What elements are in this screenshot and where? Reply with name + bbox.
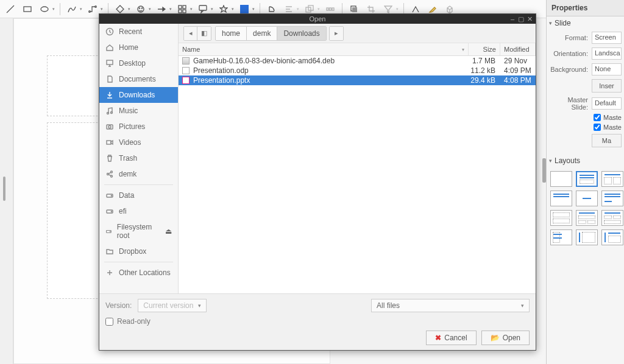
col-modified: Modified (500, 43, 536, 55)
sidebar-item-videos[interactable]: Videos (99, 135, 178, 150)
rect-tool-icon[interactable] (21, 2, 34, 16)
svg-rect-25 (107, 141, 111, 144)
format-field[interactable]: Screen (592, 32, 622, 44)
sidebar-item-dropbox[interactable]: Dropbox (99, 243, 178, 259)
nav-home-button[interactable]: ◧ (197, 27, 211, 40)
sidebar-item-home[interactable]: Home (99, 40, 178, 55)
open-dialog: Open – ▢ ✕ RecentHomeDesktopDocumentsDow… (99, 13, 536, 351)
master-slide-label: Master Slide: (549, 96, 588, 111)
crumb-Downloads[interactable]: Downloads (277, 27, 325, 40)
layout-blank[interactable] (550, 171, 572, 187)
layout-two-content[interactable] (601, 171, 623, 187)
file-modified: 4:08 PM (500, 76, 536, 85)
svg-point-21 (107, 113, 109, 114)
file-list: Name▾ Size Modified GameHub-0.16.0-83-de… (179, 43, 536, 293)
layout-l12[interactable] (601, 229, 623, 245)
sidebar-item-demk[interactable]: demk (99, 166, 178, 182)
orientation-label: Orientation: (549, 50, 588, 57)
nav-forward-button[interactable]: ▸ (330, 27, 343, 40)
sidebar-item-data[interactable]: Data (99, 187, 178, 203)
file-list-header[interactable]: Name▾ Size Modified (179, 43, 536, 56)
nav-back-button[interactable]: ◂ (184, 27, 197, 40)
col-name: Name▾ (179, 43, 469, 55)
ellipse-tool-icon[interactable] (38, 2, 51, 16)
dialog-titlebar[interactable]: Open – ▢ ✕ (99, 14, 536, 24)
right-panel-handle[interactable] (542, 158, 546, 183)
crumb-demk[interactable]: demk (247, 27, 277, 40)
file-icon (182, 77, 190, 84)
svg-point-22 (111, 112, 113, 114)
sidebar-item-desktop[interactable]: Desktop (99, 55, 178, 71)
svg-rect-9 (179, 10, 182, 13)
crumb-home[interactable]: home (216, 27, 247, 40)
layout-two-col[interactable] (601, 191, 623, 206)
sidebar-item-efi[interactable]: efi (99, 203, 178, 219)
eject-icon[interactable]: ⏏ (165, 227, 172, 236)
svg-point-6 (141, 7, 142, 8)
master-bg-checkbox[interactable] (594, 114, 601, 121)
file-modified: 29 Nov (500, 57, 536, 65)
svg-point-1 (41, 7, 48, 12)
cancel-button[interactable]: ✖Cancel (426, 331, 476, 345)
insert-image-button[interactable]: Inser (592, 79, 622, 93)
file-type-combo[interactable]: All files▾ (371, 299, 530, 312)
layout-title-content[interactable] (576, 171, 598, 187)
layout-l8[interactable] (576, 210, 598, 226)
dialog-footer: Version: Current version▾ All files▾ Rea… (99, 293, 536, 350)
svg-point-32 (111, 211, 112, 212)
master-slide-button[interactable]: Ma (592, 134, 622, 147)
layout-l10[interactable] (550, 229, 572, 245)
svg-rect-7 (179, 5, 182, 9)
sidebar-item-documents[interactable]: Documents (99, 71, 178, 87)
file-name: GameHub-0.16.0-83-dev-bionic-amd64.deb (193, 57, 335, 65)
version-combo[interactable]: Current version▾ (138, 299, 207, 312)
file-row[interactable]: Presentation.odp11.2 kB4:09 PM (179, 66, 536, 75)
file-row[interactable]: Presentation.pptx29.4 kB4:08 PM (179, 75, 536, 85)
layout-l7[interactable] (550, 210, 572, 226)
slide-group-header[interactable]: Slide (547, 16, 624, 30)
connector-tool-icon[interactable] (86, 2, 99, 16)
sidebar-item-music[interactable]: Music (99, 103, 178, 119)
layout-l9[interactable] (601, 210, 623, 226)
svg-rect-0 (24, 7, 31, 12)
svg-rect-10 (183, 10, 186, 13)
sidebar-item-trash[interactable]: Trash (99, 150, 178, 166)
file-modified: 4:09 PM (500, 66, 536, 75)
properties-panel: Properties Slide Format:Screen Orientati… (546, 0, 624, 364)
sidebar-item-recent[interactable]: Recent (99, 24, 178, 40)
sidebar-item-other[interactable]: Other Locations (99, 265, 178, 281)
svg-rect-8 (183, 5, 186, 9)
sidebar-item-downloads[interactable]: Downloads (99, 87, 178, 103)
orientation-field[interactable]: Landsca (592, 47, 622, 60)
sidebar-item-pictures[interactable]: Pictures (99, 119, 178, 135)
svg-rect-15 (330, 8, 332, 10)
master-obj-checkbox[interactable] (594, 124, 601, 131)
layout-centered[interactable] (576, 191, 598, 206)
slide-panel-collapsed[interactable] (0, 18, 13, 364)
layouts-grid (547, 167, 624, 249)
svg-rect-16 (332, 8, 334, 10)
svg-point-24 (108, 126, 111, 128)
col-size: Size (469, 43, 500, 55)
svg-rect-14 (327, 8, 328, 10)
window-maximize-icon[interactable]: ▢ (517, 15, 525, 23)
file-name: Presentation.odp (193, 66, 249, 75)
dialog-title: Open (310, 15, 326, 23)
layout-title-only[interactable] (550, 191, 572, 206)
background-label: Background: (549, 66, 588, 73)
line-tool-icon[interactable] (4, 2, 17, 16)
background-field[interactable]: None (592, 63, 622, 75)
layouts-group-header[interactable]: Layouts (547, 154, 624, 167)
window-close-icon[interactable]: ✕ (526, 15, 533, 23)
file-row[interactable]: GameHub-0.16.0-83-dev-bionic-amd64.deb1.… (179, 56, 536, 66)
window-minimize-icon[interactable]: – (509, 15, 516, 23)
layout-l11[interactable] (576, 229, 598, 245)
open-button[interactable]: 📂Open (481, 331, 530, 345)
path-bar: ◂ ◧ homedemkDownloads ▸ (179, 24, 536, 43)
file-icon (182, 57, 190, 65)
readonly-checkbox[interactable]: Read-only (105, 317, 151, 326)
sidebar-item-fsroot[interactable]: Filesystem root⏏ (99, 219, 178, 243)
breadcrumb: homedemkDownloads (215, 26, 327, 41)
curve-tool-icon[interactable] (65, 2, 79, 16)
master-slide-field[interactable]: Default (592, 97, 622, 110)
